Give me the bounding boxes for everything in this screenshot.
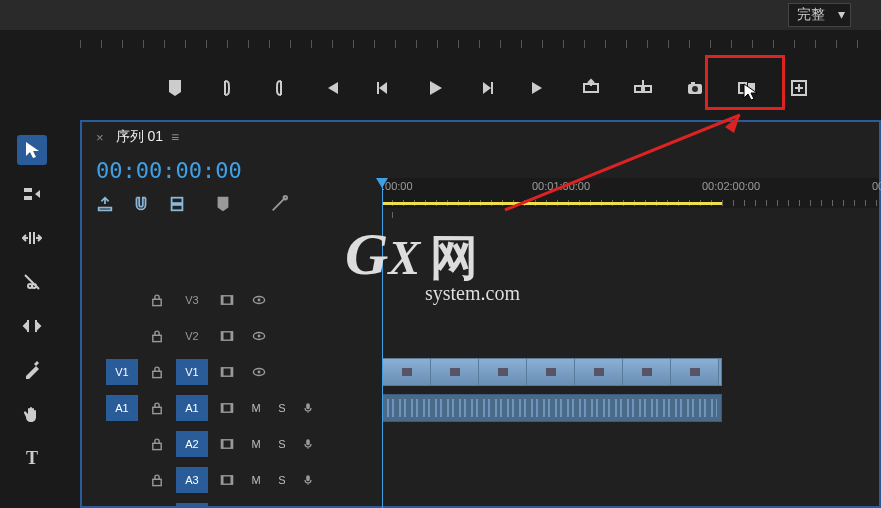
video-clip[interactable] — [382, 358, 722, 386]
track-row: V2 — [92, 318, 367, 354]
track-target-toggle[interactable]: A2 — [176, 431, 208, 457]
track-mute-toggle[interactable]: M — [246, 467, 266, 493]
track-sync-lock-toggle[interactable] — [214, 287, 240, 313]
timeline-panel: × 序列 01 ≡ 00:00:00:00 :00:00 00:01:00:00… — [80, 120, 881, 508]
track-sync-lock-toggle[interactable] — [214, 323, 240, 349]
track-record-toggle[interactable] — [298, 503, 318, 508]
track-target-toggle[interactable]: A3 — [176, 467, 208, 493]
track-visibility-toggle[interactable] — [246, 287, 272, 313]
track-target-toggle[interactable]: V1 — [176, 359, 208, 385]
snap-icon[interactable] — [132, 195, 150, 217]
audio-clip[interactable] — [382, 394, 722, 422]
hand-tool[interactable] — [17, 399, 47, 429]
svg-rect-42 — [231, 440, 233, 448]
track-source-patch[interactable] — [106, 287, 138, 313]
insert-mode-icon[interactable] — [96, 195, 114, 217]
step-back-button[interactable] — [368, 73, 398, 103]
sequence-tab-menu[interactable]: ≡ — [171, 129, 179, 145]
linked-selection-icon[interactable] — [168, 195, 186, 217]
track-sync-lock-toggle[interactable] — [214, 359, 240, 385]
go-to-in-button[interactable] — [316, 73, 346, 103]
svg-point-27 — [258, 335, 261, 338]
track-lock-toggle[interactable] — [144, 503, 170, 508]
track-sync-lock-toggle[interactable] — [214, 467, 240, 493]
track-source-patch[interactable]: V1 — [106, 359, 138, 385]
step-forward-button[interactable] — [472, 73, 502, 103]
svg-rect-12 — [24, 196, 32, 200]
go-to-out-button[interactable] — [524, 73, 554, 103]
lift-button[interactable] — [576, 73, 606, 103]
track-lock-toggle[interactable] — [144, 395, 170, 421]
mark-out-button[interactable] — [264, 73, 294, 103]
pen-tool[interactable] — [17, 355, 47, 385]
sequence-tab-label[interactable]: 序列 01 — [116, 128, 163, 146]
track-sync-lock-toggle[interactable] — [214, 503, 240, 508]
button-editor-button[interactable] — [784, 73, 814, 103]
track-lock-toggle[interactable] — [144, 467, 170, 493]
track-source-patch[interactable] — [106, 503, 138, 508]
track-source-patch[interactable] — [106, 467, 138, 493]
track-target-toggle[interactable]: V2 — [176, 323, 208, 349]
track-solo-toggle[interactable]: S — [272, 467, 292, 493]
track-select-tool[interactable] — [17, 179, 47, 209]
type-tool[interactable]: T — [17, 443, 47, 473]
sequence-tab-close[interactable]: × — [96, 130, 104, 145]
track-source-patch[interactable]: A1 — [106, 395, 138, 421]
track-mute-toggle[interactable]: M — [246, 431, 266, 457]
track-visibility-toggle[interactable] — [246, 323, 272, 349]
track-source-patch[interactable] — [106, 323, 138, 349]
track-record-toggle[interactable] — [298, 431, 318, 457]
track-solo-toggle[interactable]: S — [272, 503, 292, 508]
track-lock-toggle[interactable] — [144, 323, 170, 349]
track-solo-toggle[interactable]: S — [272, 431, 292, 457]
track-mute-toggle[interactable]: M — [246, 395, 266, 421]
svg-rect-46 — [221, 476, 223, 484]
svg-rect-44 — [153, 479, 161, 485]
track-target-toggle[interactable]: A1 — [176, 395, 208, 421]
track-lock-toggle[interactable] — [144, 287, 170, 313]
svg-rect-2 — [644, 86, 651, 92]
export-frame-button[interactable] — [680, 73, 710, 103]
comparison-view-button[interactable] — [732, 73, 762, 103]
svg-point-21 — [258, 299, 261, 302]
track-lock-toggle[interactable] — [144, 359, 170, 385]
svg-point-4 — [692, 86, 698, 92]
svg-rect-25 — [231, 332, 233, 340]
svg-rect-34 — [153, 407, 161, 413]
track-lock-toggle[interactable] — [144, 431, 170, 457]
svg-rect-22 — [153, 335, 161, 341]
selection-tool[interactable] — [17, 135, 47, 165]
add-marker-button[interactable] — [160, 73, 190, 103]
svg-rect-37 — [231, 404, 233, 412]
razor-tool[interactable] — [17, 267, 47, 297]
mark-in-button[interactable] — [212, 73, 242, 103]
marker-icon[interactable] — [214, 195, 232, 217]
ruler-label: 00:01:00:00 — [532, 180, 590, 192]
track-visibility-toggle[interactable] — [246, 359, 272, 385]
track-source-patch[interactable] — [106, 431, 138, 457]
slip-tool[interactable] — [17, 311, 47, 341]
work-area-bar[interactable] — [382, 202, 722, 205]
svg-rect-19 — [231, 296, 233, 304]
playback-quality-selector[interactable]: 完整 — [788, 3, 851, 27]
track-sync-lock-toggle[interactable] — [214, 395, 240, 421]
track-target-toggle[interactable]: A4 — [176, 503, 208, 508]
ripple-edit-tool[interactable] — [17, 223, 47, 253]
svg-rect-6 — [739, 83, 746, 93]
svg-text:T: T — [26, 448, 38, 468]
svg-rect-5 — [691, 82, 695, 85]
track-solo-toggle[interactable]: S — [272, 395, 292, 421]
settings-icon[interactable] — [270, 195, 288, 217]
extract-button[interactable] — [628, 73, 658, 103]
ruler-label: 00:03:00:0 — [872, 180, 881, 192]
play-button[interactable] — [420, 73, 450, 103]
playhead[interactable] — [382, 178, 383, 508]
track-target-toggle[interactable]: V3 — [176, 287, 208, 313]
svg-rect-48 — [306, 475, 310, 481]
track-mute-toggle[interactable]: M — [246, 503, 266, 508]
svg-rect-24 — [221, 332, 223, 340]
track-record-toggle[interactable] — [298, 467, 318, 493]
track-sync-lock-toggle[interactable] — [214, 431, 240, 457]
track-row: V3 — [92, 282, 367, 318]
track-record-toggle[interactable] — [298, 395, 318, 421]
